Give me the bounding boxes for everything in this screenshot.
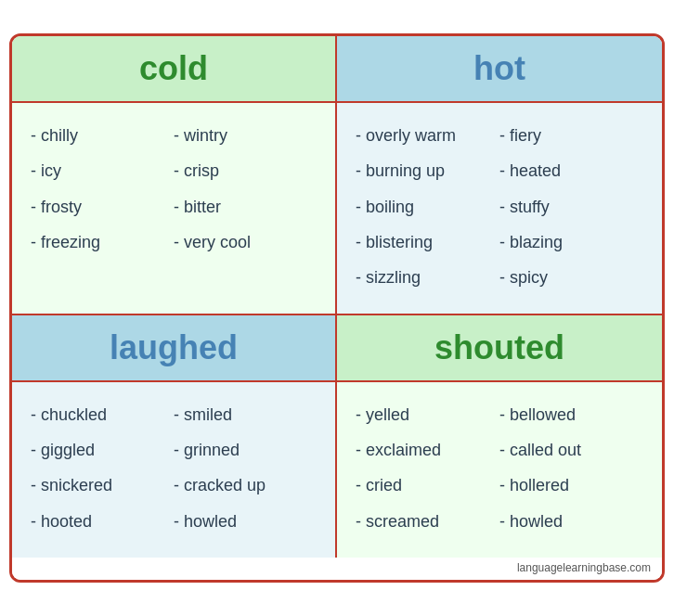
cold-header: cold	[12, 36, 337, 103]
list-item: - spicy	[499, 262, 643, 293]
hot-header: hot	[337, 36, 662, 103]
list-item: - snickered	[31, 469, 174, 501]
list-item: - frosty	[31, 191, 174, 223]
list-item: - cried	[356, 469, 499, 501]
list-item: - hollered	[499, 469, 643, 501]
list-item: - cracked up	[174, 469, 317, 501]
list-item: - grinned	[174, 434, 317, 466]
list-item: - yelled	[356, 399, 499, 430]
laughed-title: laughed	[110, 328, 238, 366]
hot-title: hot	[473, 49, 525, 87]
list-item: - giggled	[31, 434, 174, 466]
shouted-title: shouted	[434, 328, 564, 366]
hot-content: - overly warm - burning up - boiling - b…	[337, 103, 662, 315]
list-item: - called out	[499, 434, 643, 466]
list-item: - chilly	[31, 120, 174, 151]
list-item: - overly warm	[356, 120, 499, 151]
laughed-header: laughed	[12, 315, 337, 382]
shouted-header: shouted	[337, 315, 662, 382]
list-item: - wintry	[174, 120, 317, 151]
list-item: - hooted	[31, 506, 174, 537]
list-item: - bitter	[174, 191, 317, 223]
list-item: - sizzling	[356, 262, 499, 293]
list-item: - blistering	[356, 226, 499, 258]
footer-text: languagelearningbase.com	[517, 561, 651, 574]
list-item: - crisp	[174, 155, 317, 186]
list-item: - fiery	[499, 120, 643, 151]
list-item: - heated	[499, 155, 643, 186]
shouted-col1: - yelled - exclaimed - cried - screamed	[356, 399, 499, 541]
list-item: - chuckled	[31, 399, 174, 430]
list-item: - very cool	[174, 226, 317, 258]
list-item: - howled	[174, 506, 317, 537]
cold-col1: - chilly - icy - frosty - freezing	[31, 120, 174, 262]
cold-title: cold	[139, 49, 208, 87]
list-item: - screamed	[356, 506, 499, 537]
footer: languagelearningbase.com	[12, 558, 662, 580]
list-item: - icy	[31, 155, 174, 186]
laughed-content: - chuckled - giggled - snickered - hoote…	[12, 382, 337, 558]
cold-col2: - wintry - crisp - bitter - very cool	[174, 120, 317, 262]
cold-content: - chilly - icy - frosty - freezing - win…	[12, 103, 337, 315]
list-item: - stuffy	[499, 191, 643, 223]
list-item: - smiled	[174, 399, 317, 430]
quadrant-grid: cold hot - chilly - icy - frosty - freez…	[12, 36, 662, 580]
laughed-col2: - smiled - grinned - cracked up - howled	[174, 399, 317, 541]
list-item: - burning up	[356, 155, 499, 186]
list-item: - exclaimed	[356, 434, 499, 466]
list-item: - howled	[499, 506, 643, 537]
laughed-col1: - chuckled - giggled - snickered - hoote…	[31, 399, 174, 541]
shouted-content: - yelled - exclaimed - cried - screamed …	[337, 382, 662, 558]
main-container: cold hot - chilly - icy - frosty - freez…	[9, 33, 665, 583]
list-item: - blazing	[499, 226, 643, 258]
list-item: - bellowed	[499, 399, 643, 430]
list-item: - freezing	[31, 226, 174, 258]
list-item: - boiling	[356, 191, 499, 223]
hot-col1: - overly warm - burning up - boiling - b…	[356, 120, 499, 297]
shouted-col2: - bellowed - called out - hollered - how…	[499, 399, 643, 541]
hot-col2: - fiery - heated - stuffy - blazing - sp…	[499, 120, 643, 297]
